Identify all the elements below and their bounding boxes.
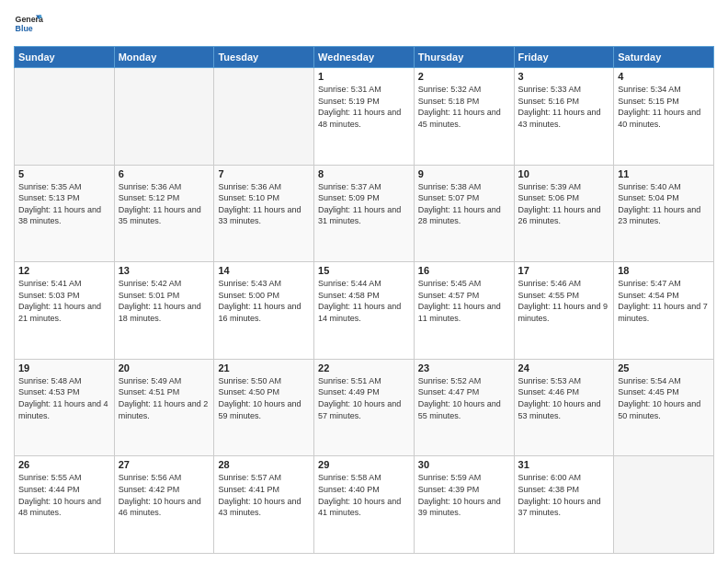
calendar-cell: 12Sunrise: 5:41 AMSunset: 5:03 PMDayligh… [15,262,115,360]
day-number: 4 [618,71,710,82]
weekday-header-monday: Monday [114,47,214,68]
cell-info: Sunrise: 5:39 AMSunset: 5:06 PMDaylight:… [518,181,610,227]
calendar-cell: 2Sunrise: 5:32 AMSunset: 5:18 PMDaylight… [414,68,514,166]
day-number: 17 [518,265,610,276]
weekday-header-wednesday: Wednesday [314,47,415,68]
calendar-cell: 31Sunrise: 6:00 AMSunset: 4:38 PMDayligh… [514,456,614,554]
cell-info: Sunrise: 5:40 AMSunset: 5:04 PMDaylight:… [618,181,710,227]
cell-info: Sunrise: 5:48 AMSunset: 4:53 PMDaylight:… [18,375,110,421]
day-number: 23 [418,362,510,373]
cell-info: Sunrise: 5:31 AMSunset: 5:19 PMDaylight:… [318,84,410,130]
day-number: 7 [218,168,310,179]
calendar-week-2: 5Sunrise: 5:35 AMSunset: 5:13 PMDaylight… [15,165,714,262]
day-number: 2 [418,71,510,82]
day-number: 1 [318,71,410,82]
calendar-cell [15,68,115,166]
day-number: 15 [318,265,410,276]
calendar-cell: 23Sunrise: 5:52 AMSunset: 4:47 PMDayligh… [414,359,514,456]
cell-info: Sunrise: 5:37 AMSunset: 5:09 PMDaylight:… [318,181,410,227]
header: General Blue [14,9,714,39]
day-number: 24 [518,362,610,373]
weekday-header-sunday: Sunday [15,47,115,68]
day-number: 31 [518,459,610,470]
cell-info: Sunrise: 5:42 AMSunset: 5:01 PMDaylight:… [119,278,210,324]
weekday-header-thursday: Thursday [414,47,514,68]
calendar-cell: 6Sunrise: 5:36 AMSunset: 5:12 PMDaylight… [114,165,214,262]
calendar-cell: 15Sunrise: 5:44 AMSunset: 4:58 PMDayligh… [314,262,415,360]
day-number: 19 [18,362,110,373]
calendar-cell: 29Sunrise: 5:58 AMSunset: 4:40 PMDayligh… [314,456,415,554]
day-number: 22 [318,362,410,373]
day-number: 21 [218,362,310,373]
logo: General Blue [14,9,43,39]
cell-info: Sunrise: 5:33 AMSunset: 5:16 PMDaylight:… [518,84,610,130]
day-number: 18 [618,265,710,276]
cell-info: Sunrise: 5:44 AMSunset: 4:58 PMDaylight:… [318,278,410,324]
day-number: 9 [418,168,510,179]
calendar-cell: 8Sunrise: 5:37 AMSunset: 5:09 PMDaylight… [314,165,415,262]
calendar-cell: 4Sunrise: 5:34 AMSunset: 5:15 PMDaylight… [614,68,714,166]
cell-info: Sunrise: 5:35 AMSunset: 5:13 PMDaylight:… [18,181,110,227]
calendar-cell: 1Sunrise: 5:31 AMSunset: 5:19 PMDaylight… [314,68,415,166]
calendar-cell: 25Sunrise: 5:54 AMSunset: 4:45 PMDayligh… [614,359,714,456]
day-number: 6 [119,168,210,179]
calendar-week-3: 12Sunrise: 5:41 AMSunset: 5:03 PMDayligh… [15,262,714,360]
calendar-cell: 26Sunrise: 5:55 AMSunset: 4:44 PMDayligh… [15,456,115,554]
calendar-cell: 11Sunrise: 5:40 AMSunset: 5:04 PMDayligh… [614,165,714,262]
calendar-week-4: 19Sunrise: 5:48 AMSunset: 4:53 PMDayligh… [15,359,714,456]
calendar-cell: 21Sunrise: 5:50 AMSunset: 4:50 PMDayligh… [214,359,314,456]
day-number: 3 [518,71,610,82]
cell-info: Sunrise: 5:59 AMSunset: 4:39 PMDaylight:… [418,472,510,518]
cell-info: Sunrise: 5:32 AMSunset: 5:18 PMDaylight:… [418,84,510,130]
day-number: 20 [119,362,210,373]
calendar-cell: 10Sunrise: 5:39 AMSunset: 5:06 PMDayligh… [514,165,614,262]
cell-info: Sunrise: 5:47 AMSunset: 4:54 PMDaylight:… [618,278,710,324]
day-number: 25 [618,362,710,373]
day-number: 30 [418,459,510,470]
weekday-header-tuesday: Tuesday [214,47,314,68]
svg-text:Blue: Blue [16,24,33,33]
calendar-cell: 18Sunrise: 5:47 AMSunset: 4:54 PMDayligh… [614,262,714,360]
weekday-header-friday: Friday [514,47,614,68]
calendar-cell [214,68,314,166]
cell-info: Sunrise: 5:55 AMSunset: 4:44 PMDaylight:… [18,472,110,518]
calendar-cell: 9Sunrise: 5:38 AMSunset: 5:07 PMDaylight… [414,165,514,262]
weekday-header-saturday: Saturday [614,47,714,68]
calendar-week-1: 1Sunrise: 5:31 AMSunset: 5:19 PMDaylight… [15,68,714,166]
cell-info: Sunrise: 5:36 AMSunset: 5:10 PMDaylight:… [218,181,310,227]
cell-info: Sunrise: 5:54 AMSunset: 4:45 PMDaylight:… [618,375,710,421]
cell-info: Sunrise: 5:53 AMSunset: 4:46 PMDaylight:… [518,375,610,421]
cell-info: Sunrise: 5:46 AMSunset: 4:55 PMDaylight:… [518,278,610,324]
page: General Blue SundayMondayTuesdayWednesda… [0,0,728,563]
calendar-cell: 3Sunrise: 5:33 AMSunset: 5:16 PMDaylight… [514,68,614,166]
day-number: 28 [218,459,310,470]
calendar-cell: 19Sunrise: 5:48 AMSunset: 4:53 PMDayligh… [15,359,115,456]
cell-info: Sunrise: 5:45 AMSunset: 4:57 PMDaylight:… [418,278,510,324]
calendar-cell [614,456,714,554]
general-blue-logo-icon: General Blue [14,9,43,39]
day-number: 13 [119,265,210,276]
day-number: 29 [318,459,410,470]
weekday-header-row: SundayMondayTuesdayWednesdayThursdayFrid… [15,47,714,68]
cell-info: Sunrise: 5:50 AMSunset: 4:50 PMDaylight:… [218,375,310,421]
cell-info: Sunrise: 5:52 AMSunset: 4:47 PMDaylight:… [418,375,510,421]
cell-info: Sunrise: 5:34 AMSunset: 5:15 PMDaylight:… [618,84,710,130]
cell-info: Sunrise: 5:58 AMSunset: 4:40 PMDaylight:… [318,472,410,518]
calendar-cell: 13Sunrise: 5:42 AMSunset: 5:01 PMDayligh… [114,262,214,360]
calendar-cell: 30Sunrise: 5:59 AMSunset: 4:39 PMDayligh… [414,456,514,554]
day-number: 26 [18,459,110,470]
day-number: 12 [18,265,110,276]
calendar-table: SundayMondayTuesdayWednesdayThursdayFrid… [14,46,714,554]
day-number: 5 [18,168,110,179]
calendar-cell: 27Sunrise: 5:56 AMSunset: 4:42 PMDayligh… [114,456,214,554]
cell-info: Sunrise: 6:00 AMSunset: 4:38 PMDaylight:… [518,472,610,518]
calendar-cell: 16Sunrise: 5:45 AMSunset: 4:57 PMDayligh… [414,262,514,360]
cell-info: Sunrise: 5:49 AMSunset: 4:51 PMDaylight:… [119,375,210,421]
calendar-cell: 7Sunrise: 5:36 AMSunset: 5:10 PMDaylight… [214,165,314,262]
cell-info: Sunrise: 5:41 AMSunset: 5:03 PMDaylight:… [18,278,110,324]
day-number: 14 [218,265,310,276]
calendar-cell [114,68,214,166]
day-number: 16 [418,265,510,276]
calendar-cell: 17Sunrise: 5:46 AMSunset: 4:55 PMDayligh… [514,262,614,360]
day-number: 8 [318,168,410,179]
